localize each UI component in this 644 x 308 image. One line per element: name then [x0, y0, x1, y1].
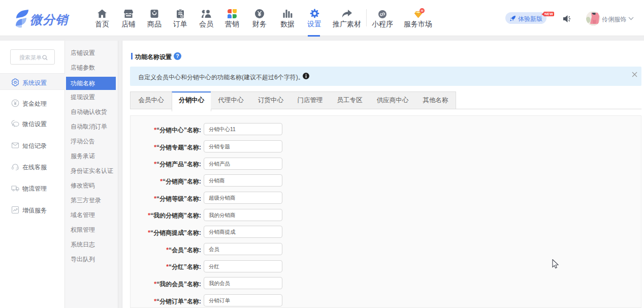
svg-text:?: ?: [176, 53, 179, 59]
svg-text:H: H: [421, 9, 424, 12]
